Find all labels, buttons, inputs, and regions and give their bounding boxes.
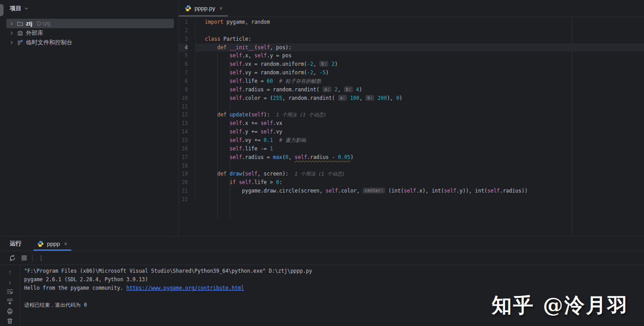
editor-tab-title: pppp.py: [195, 5, 215, 12]
code-line[interactable]: self.x += self.vx: [195, 119, 644, 128]
line-number[interactable]: 13: [179, 119, 188, 128]
print-icon[interactable]: [6, 308, 13, 315]
line-number[interactable]: 11: [179, 103, 188, 111]
code-token: 255: [273, 95, 282, 101]
code-line[interactable]: [195, 162, 644, 170]
code-line[interactable]: [195, 103, 644, 111]
console-text: "F:\Program Files (x86)\Microsoft Visual…: [24, 268, 312, 274]
close-icon[interactable]: ×: [219, 5, 223, 11]
line-number[interactable]: 20: [179, 178, 188, 187]
code-line[interactable]: self.radius = random.randint( a: 2, b: 4…: [195, 86, 644, 94]
line-number[interactable]: 5: [179, 51, 188, 60]
code-line[interactable]: def __init__(self, pos):: [195, 43, 644, 52]
editor-body[interactable]: 12345678910111213141516171819202122 impo…: [179, 17, 644, 236]
code-token: .color = (: [242, 95, 273, 101]
code-token: # 粒子存在的帧数: [279, 78, 321, 84]
code-token: [273, 137, 279, 143]
code-line[interactable]: self.vy += 0.1 # 重力影响: [195, 136, 644, 145]
code-line[interactable]: def draw(self, screen): 1 个用法 (1 个动态): [195, 170, 644, 178]
line-number[interactable]: 15: [179, 136, 188, 145]
code-token: .life -=: [242, 146, 270, 152]
code-line[interactable]: self.vx = random.uniform(-2, b: 2): [195, 60, 644, 69]
code-token: .vx = random.uniform(: [242, 61, 307, 67]
editor-gutter[interactable]: 12345678910111213141516171819202122: [179, 18, 195, 204]
code-content[interactable]: import pygame, randomclass Particle: def…: [195, 18, 644, 204]
line-number[interactable]: 1: [179, 18, 188, 26]
code-token: [205, 69, 229, 76]
line-number[interactable]: 7: [179, 69, 188, 77]
line-number[interactable]: 3: [179, 35, 188, 43]
code-token: .color,: [338, 188, 363, 194]
code-line[interactable]: self.life = 60 # 粒子存在的帧数: [195, 77, 644, 86]
tree-item-scratches[interactable]: 临时文件和控制台: [6, 38, 174, 47]
line-number[interactable]: 18: [179, 162, 188, 170]
more-options-icon[interactable]: ⋮: [38, 255, 44, 261]
line-number[interactable]: 4: [179, 43, 188, 52]
line-number[interactable]: 16: [179, 145, 188, 153]
line-number[interactable]: 19: [179, 170, 188, 178]
scroll-to-end-icon[interactable]: [6, 298, 13, 305]
code-line[interactable]: self.x, self.y = pos: [195, 51, 644, 60]
scratches-icon: [17, 39, 23, 46]
code-token: 1 个用法 (1 个动态): [276, 112, 326, 118]
chevron-right-icon[interactable]: [9, 40, 14, 45]
tree-item-name: 临时文件和控制台: [26, 39, 72, 47]
code-token: 100: [350, 95, 360, 101]
code-line[interactable]: self.radius = max(0, self.radius - 0.05): [195, 153, 644, 162]
code-token: ,: [313, 61, 319, 67]
code-token: 0.05: [338, 154, 351, 160]
code-token: self: [229, 146, 242, 152]
code-token: max: [273, 154, 282, 160]
line-number[interactable]: 12: [179, 111, 188, 119]
code-line[interactable]: class Particle:: [195, 35, 644, 43]
line-number[interactable]: 17: [179, 153, 188, 162]
stop-icon[interactable]: [21, 255, 27, 261]
line-number[interactable]: 14: [179, 128, 188, 136]
code-line[interactable]: self.color = (255, random.randint( a: 10…: [195, 94, 644, 103]
editor-tab-pppp-py[interactable]: pppp.py ×: [179, 0, 228, 17]
console-link[interactable]: https://www.pygame.org/contribute.html: [126, 285, 244, 291]
code-line[interactable]: [195, 195, 644, 204]
inlay-hint-chip: a:: [338, 95, 347, 101]
soft-wrap-icon[interactable]: [6, 288, 13, 295]
chevron-right-icon[interactable]: [9, 21, 14, 26]
code-token: -2: [307, 61, 314, 67]
line-number[interactable]: 2: [179, 26, 188, 35]
rerun-icon[interactable]: [9, 254, 16, 262]
chevron-right-icon[interactable]: [9, 30, 14, 36]
code-token: , pos):: [270, 44, 291, 51]
line-number[interactable]: 9: [179, 86, 188, 94]
run-tab-pppp[interactable]: pppp ×: [33, 236, 72, 251]
code-line[interactable]: pygame.draw.circle(screen, self.color, c…: [195, 187, 644, 195]
close-icon[interactable]: ×: [64, 241, 68, 247]
code-token: [205, 86, 229, 93]
code-token: self: [444, 188, 457, 194]
clear-console-icon[interactable]: [6, 317, 13, 325]
line-number[interactable]: 10: [179, 94, 188, 103]
code-line[interactable]: self.vy = random.uniform(-2, -5): [195, 69, 644, 77]
down-stack-trace-icon[interactable]: ↓: [6, 278, 13, 285]
code-line[interactable]: self.life -= 1: [195, 145, 644, 153]
code-token: self: [239, 179, 251, 185]
code-line[interactable]: import pygame, random: [195, 18, 644, 26]
code-token: def: [217, 112, 227, 118]
line-number[interactable]: 22: [179, 195, 188, 204]
code-line[interactable]: [195, 26, 644, 35]
line-number[interactable]: 8: [179, 77, 188, 86]
chevron-down-icon[interactable]: [24, 6, 29, 11]
console-left-toolbar: ↑ ↓: [0, 265, 20, 326]
code-token: self: [229, 61, 242, 67]
code-line[interactable]: if self.life > 0:: [195, 178, 644, 187]
code-token: self: [404, 188, 416, 194]
code-token: ),: [387, 95, 396, 101]
tree-item-external-libraries[interactable]: 外部库: [6, 28, 174, 38]
run-panel-header: 运行 pppp ×: [0, 236, 644, 251]
line-number[interactable]: 6: [179, 60, 188, 69]
code-line[interactable]: self.y += self.vy: [195, 128, 644, 136]
console-text: Hello from the pygame community.: [24, 285, 126, 291]
line-number[interactable]: 21: [179, 187, 188, 195]
code-line[interactable]: def update(self): 1 个用法 (1 个动态): [195, 111, 644, 119]
tree-item-ztj[interactable]: ztj D:\ztj: [6, 19, 174, 28]
project-panel-header[interactable]: 项目: [0, 0, 178, 17]
up-stack-trace-icon[interactable]: ↑: [6, 268, 13, 275]
